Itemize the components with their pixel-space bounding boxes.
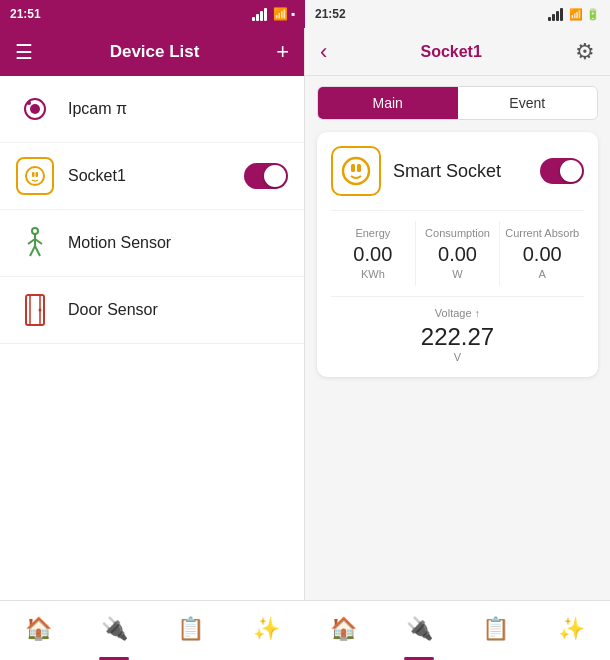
socket-detail-name: Smart Socket	[393, 161, 540, 182]
nav-sparkle-left[interactable]: ✨	[229, 601, 305, 660]
stat-energy: Energy 0.00 KWh	[331, 221, 416, 286]
toggle-thumb	[264, 165, 286, 187]
socket-detail-title: Socket1	[420, 43, 481, 61]
svg-line-9	[35, 239, 42, 244]
tab-event[interactable]: Event	[458, 87, 598, 119]
device-name-socket: Socket1	[68, 167, 244, 185]
voltage-label: Voltage ↑	[331, 307, 584, 319]
current-value: 0.00	[504, 243, 580, 266]
svg-point-15	[343, 158, 369, 184]
svg-line-10	[30, 246, 35, 256]
consumption-value: 0.00	[420, 243, 496, 266]
svg-point-0	[30, 104, 40, 114]
sparkle-icon-right: ✨	[558, 616, 585, 642]
left-status-icons: 📶 ▪	[252, 7, 295, 21]
voltage-value: 222.27	[331, 323, 584, 351]
left-status-bar: 21:51 📶 ▪	[0, 0, 305, 28]
socket-detail-icon	[331, 146, 381, 196]
signal-icon	[252, 8, 267, 21]
stats-row: Energy 0.00 KWh Consumption 0.00 W Curre…	[331, 210, 584, 286]
energy-value: 0.00	[335, 243, 411, 266]
bottom-nav-left: 🏠 🔌 📋 ✨	[0, 600, 305, 660]
battery-icon: ▪	[291, 7, 295, 21]
main-area: ☰ Device List + Ipcam π	[0, 28, 610, 600]
device-name-ipcam: Ipcam π	[68, 100, 288, 118]
device-name-door: Door Sensor	[68, 301, 288, 319]
svg-line-11	[35, 246, 40, 256]
right-time: 21:52	[315, 7, 346, 21]
current-unit: A	[504, 268, 580, 280]
svg-rect-4	[32, 172, 35, 177]
socket-detail-card: Smart Socket Energy 0.00 KWh Consumption…	[317, 132, 598, 377]
left-header: ☰ Device List +	[0, 28, 304, 76]
add-device-icon[interactable]: +	[276, 39, 289, 65]
hamburger-icon[interactable]: ☰	[15, 40, 33, 64]
back-icon[interactable]: ‹	[320, 39, 327, 65]
smart-socket-toggle-thumb	[560, 160, 582, 182]
nav-sparkle-right[interactable]: ✨	[534, 601, 610, 660]
socket-detail-header: Smart Socket	[331, 146, 584, 196]
device-item-door[interactable]: Door Sensor	[0, 277, 304, 344]
home-icon-right: 🏠	[330, 616, 357, 642]
bottom-nav: 🏠 🔌 📋 ✨ 🏠 🔌 📋 ✨	[0, 600, 610, 660]
device-item-socket[interactable]: Socket1	[0, 143, 304, 210]
smart-socket-toggle[interactable]	[540, 158, 584, 184]
device-name-motion: Motion Sensor	[68, 234, 288, 252]
tab-bar: Main Event	[317, 86, 598, 120]
camera-icon	[16, 90, 54, 128]
svg-line-8	[28, 239, 35, 244]
svg-rect-5	[36, 172, 39, 177]
stat-current: Current Absorb 0.00 A	[500, 221, 584, 286]
nav-list-left[interactable]: 📋	[153, 601, 229, 660]
consumption-label: Consumption	[420, 227, 496, 239]
left-time: 21:51	[10, 7, 41, 21]
wifi-icon-right: 📶	[569, 8, 583, 21]
battery-icon-right: 🔋	[586, 8, 600, 21]
voltage-row: Voltage ↑ 222.27 V	[331, 296, 584, 363]
svg-point-6	[32, 228, 38, 234]
nav-plug-left[interactable]: 🔌	[76, 601, 152, 660]
right-panel: ‹ Socket1 ⚙ Main Event Smart Socket	[305, 28, 610, 600]
status-bars: 21:51 📶 ▪ 21:52 📶 🔋	[0, 0, 610, 28]
left-panel: ☰ Device List + Ipcam π	[0, 28, 305, 600]
right-status-icons: 📶 🔋	[548, 8, 600, 21]
device-list: Ipcam π Socket1	[0, 76, 304, 600]
tab-main[interactable]: Main	[318, 87, 458, 119]
socket-icon	[16, 157, 54, 195]
plug-icon-left: 🔌	[101, 616, 128, 642]
nav-home-right[interactable]: 🏠	[305, 601, 381, 660]
svg-rect-17	[357, 164, 361, 172]
list-icon-right: 📋	[482, 616, 509, 642]
energy-unit: KWh	[335, 268, 411, 280]
nav-home-left[interactable]: 🏠	[0, 601, 76, 660]
right-header: ‹ Socket1 ⚙	[305, 28, 610, 76]
nav-plug-right[interactable]: 🔌	[381, 601, 457, 660]
stat-consumption: Consumption 0.00 W	[416, 221, 501, 286]
current-label: Current Absorb	[504, 227, 580, 239]
device-list-title: Device List	[110, 42, 200, 62]
consumption-unit: W	[420, 268, 496, 280]
svg-point-3	[26, 167, 44, 185]
door-icon	[16, 291, 54, 329]
socket-toggle[interactable]	[244, 163, 288, 189]
motion-icon	[16, 224, 54, 262]
svg-rect-16	[351, 164, 355, 172]
svg-point-2	[27, 101, 31, 105]
svg-point-14	[39, 309, 42, 312]
device-item-ipcam[interactable]: Ipcam π	[0, 76, 304, 143]
voltage-unit: V	[331, 351, 584, 363]
signal-icon-right	[548, 8, 563, 21]
sparkle-icon-left: ✨	[253, 616, 280, 642]
nav-list-right[interactable]: 📋	[458, 601, 534, 660]
energy-label: Energy	[335, 227, 411, 239]
settings-icon[interactable]: ⚙	[575, 39, 595, 65]
home-icon-left: 🏠	[25, 616, 52, 642]
plug-icon-right: 🔌	[406, 616, 433, 642]
device-item-motion[interactable]: Motion Sensor	[0, 210, 304, 277]
bottom-nav-right: 🏠 🔌 📋 ✨	[305, 600, 610, 660]
wifi-icon: 📶	[273, 7, 288, 21]
list-icon-left: 📋	[177, 616, 204, 642]
right-status-bar: 21:52 📶 🔋	[305, 0, 610, 28]
